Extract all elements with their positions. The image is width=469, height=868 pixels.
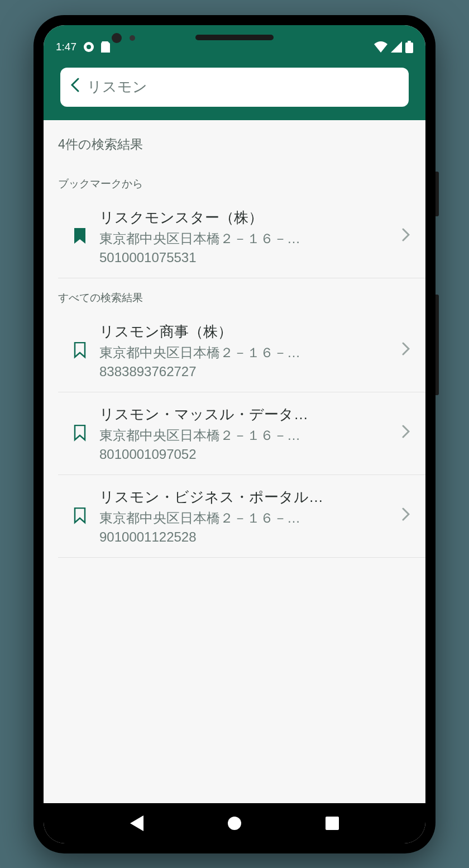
nav-back-button[interactable] <box>123 809 151 837</box>
battery-icon <box>405 41 413 53</box>
svg-rect-2 <box>405 42 413 53</box>
wifi-icon <box>374 41 387 53</box>
phone-camera <box>112 33 122 43</box>
status-left: 1:47 <box>56 41 110 53</box>
bookmark-section-label: ブックマークから <box>44 164 425 196</box>
search-box[interactable] <box>60 68 409 107</box>
all-results-section-label: すべての検索結果 <box>44 278 425 310</box>
phone-frame: 1:47 <box>34 15 436 853</box>
back-button[interactable] <box>70 78 79 96</box>
phone-speaker <box>195 35 274 40</box>
chevron-right-icon <box>402 424 414 442</box>
chevron-right-icon <box>402 341 414 359</box>
sd-card-icon <box>101 41 110 53</box>
result-item[interactable]: リスモン・ビジネス・ポータル… 東京都中央区日本橋２－１６－… 90100011… <box>58 475 425 558</box>
result-id: 5010001075531 <box>99 250 391 265</box>
result-item[interactable]: リスモン・マッスル・データ… 東京都中央区日本橋２－１６－… 801000109… <box>58 392 425 475</box>
chevron-right-icon <box>402 507 414 525</box>
result-text: リスモン商事（株） 東京都中央区日本橋２－１６－… 8383893762727 <box>99 322 391 380</box>
phone-volume-button <box>436 295 439 395</box>
bookmark-outline-icon[interactable] <box>71 425 88 442</box>
bookmark-outline-icon[interactable] <box>71 507 88 524</box>
svg-point-4 <box>228 817 241 830</box>
svg-rect-5 <box>326 817 339 830</box>
result-address: 東京都中央区日本橋２－１６－… <box>99 344 391 362</box>
result-item-bookmarked[interactable]: リスクモンスター（株） 東京都中央区日本橋２－１６－… 501000107553… <box>58 196 425 278</box>
result-title: リスクモンスター（株） <box>99 208 391 227</box>
status-right <box>374 41 413 53</box>
result-text: リスモン・ビジネス・ポータル… 東京都中央区日本橋２－１６－… 90100011… <box>99 487 391 545</box>
result-id: 9010001122528 <box>99 529 391 545</box>
nav-home-button[interactable] <box>221 809 248 837</box>
svg-point-1 <box>87 45 91 49</box>
header-bar <box>44 58 425 120</box>
result-item[interactable]: リスモン商事（株） 東京都中央区日本橋２－１６－… 8383893762727 <box>58 310 425 392</box>
search-input[interactable] <box>87 78 399 96</box>
svg-rect-3 <box>408 41 411 42</box>
content-area: 4件の検索結果 ブックマークから リスクモンスター（株） 東京都中央区日本橋２－… <box>44 120 425 803</box>
result-id: 8383893762727 <box>99 364 391 380</box>
bookmark-outline-icon[interactable] <box>71 342 88 359</box>
android-nav-bar <box>44 803 425 843</box>
app-notification-icon <box>83 41 94 53</box>
result-title: リスモン・ビジネス・ポータル… <box>99 487 391 507</box>
status-time: 1:47 <box>56 41 76 53</box>
result-count-label: 4件の検索結果 <box>44 120 425 164</box>
phone-sensor <box>130 35 135 41</box>
result-address: 東京都中央区日本橋２－１６－… <box>99 426 391 444</box>
result-id: 8010001097052 <box>99 447 391 462</box>
nav-recent-button[interactable] <box>318 809 346 837</box>
result-title: リスモン・マッスル・データ… <box>99 405 391 424</box>
result-address: 東京都中央区日本橋２－１６－… <box>99 230 391 248</box>
result-address: 東京都中央区日本橋２－１６－… <box>99 509 391 527</box>
signal-icon <box>391 41 402 53</box>
chevron-right-icon <box>402 227 414 245</box>
phone-power-button <box>436 172 439 216</box>
result-text: リスクモンスター（株） 東京都中央区日本橋２－１６－… 501000107553… <box>99 208 391 265</box>
result-title: リスモン商事（株） <box>99 322 391 341</box>
status-bar: 1:47 <box>44 25 425 58</box>
screen: 1:47 <box>44 25 425 843</box>
result-text: リスモン・マッスル・データ… 東京都中央区日本橋２－１６－… 801000109… <box>99 405 391 462</box>
bookmark-filled-icon[interactable] <box>71 228 88 245</box>
